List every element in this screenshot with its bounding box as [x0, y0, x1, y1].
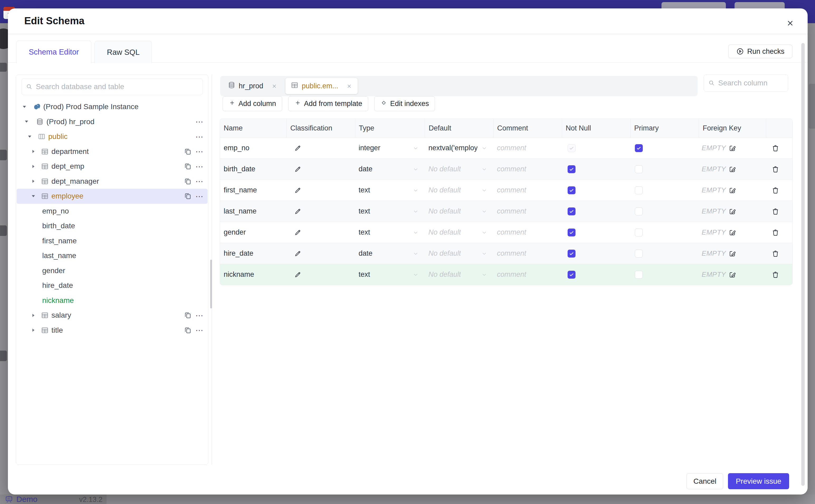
copy-icon[interactable] [184, 326, 192, 334]
default-value[interactable]: No default [428, 207, 461, 215]
chevron-down-icon[interactable] [27, 134, 32, 139]
column-name[interactable]: emp_no [220, 144, 249, 152]
comment-input[interactable]: comment [493, 249, 526, 258]
not-null-checkbox[interactable] [568, 165, 576, 173]
pencil-icon[interactable] [294, 271, 302, 279]
more-actions-icon[interactable]: ⋯ [195, 117, 204, 126]
default-value[interactable]: No default [428, 228, 461, 236]
close-tab-icon[interactable] [346, 83, 352, 89]
edit-indexes-button[interactable]: Edit indexes [374, 96, 435, 111]
more-actions-icon[interactable]: ⋯ [195, 162, 204, 171]
column-name[interactable]: birth_date [220, 165, 255, 173]
tree-item--prod-hr-prod[interactable]: (Prod) hr_prod⋯ [17, 114, 207, 129]
default-value[interactable]: nextval('employ [428, 144, 478, 152]
edit-foreign-key-icon[interactable] [729, 250, 736, 258]
comment-input[interactable]: comment [493, 144, 526, 152]
not-null-checkbox[interactable] [568, 229, 576, 236]
chevron-down-icon[interactable] [481, 208, 488, 215]
chevron-down-icon[interactable] [413, 166, 419, 172]
tree-item--prod-prod-sample-instance[interactable]: (Prod) Prod Sample Instance [17, 99, 207, 114]
tree-item-department[interactable]: department⋯ [17, 144, 207, 159]
column-name[interactable]: first_name [220, 186, 257, 194]
chevron-down-icon[interactable] [413, 250, 419, 257]
not-null-checkbox[interactable] [568, 250, 576, 258]
type-value[interactable]: date [355, 165, 373, 173]
delete-column-icon[interactable] [771, 270, 780, 279]
pencil-icon[interactable] [294, 165, 302, 173]
type-value[interactable]: text [355, 270, 370, 279]
pencil-icon[interactable] [294, 186, 302, 194]
delete-column-icon[interactable] [771, 228, 780, 237]
primary-checkbox[interactable] [635, 144, 643, 152]
more-actions-icon[interactable]: ⋯ [195, 192, 204, 201]
primary-checkbox[interactable] [635, 165, 643, 173]
edit-foreign-key-icon[interactable] [729, 144, 736, 152]
chevron-down-icon[interactable] [481, 250, 488, 257]
edit-foreign-key-icon[interactable] [729, 165, 736, 173]
tree-item-dept-manager[interactable]: dept_manager⋯ [17, 174, 207, 189]
tree-item-emp-no[interactable]: emp_no [17, 204, 207, 219]
column-name[interactable]: gender [220, 228, 246, 236]
tree-item-last-name[interactable]: last_name [17, 248, 207, 263]
close-tab-icon[interactable] [271, 83, 277, 89]
default-value[interactable]: No default [428, 165, 461, 173]
chevron-down-icon[interactable] [481, 229, 488, 236]
edit-foreign-key-icon[interactable] [729, 186, 736, 194]
tree-item-birth-date[interactable]: birth_date [17, 219, 207, 234]
type-value[interactable]: date [355, 249, 373, 258]
type-value[interactable]: text [355, 186, 370, 194]
column-name[interactable]: nickname [220, 270, 254, 279]
preview-issue-button[interactable]: Preview issue [728, 473, 789, 489]
pencil-icon[interactable] [294, 229, 302, 236]
sidebar-scrollbar[interactable] [210, 260, 212, 308]
tree-item-dept-emp[interactable]: dept_emp⋯ [17, 159, 207, 174]
chevron-down-icon[interactable] [23, 119, 29, 124]
copy-icon[interactable] [184, 148, 192, 156]
editor-tab-hr-prod[interactable]: hr_prod [222, 78, 283, 94]
chevron-right-icon[interactable] [30, 313, 36, 318]
tab-schema-editor[interactable]: Schema Editor [16, 40, 91, 63]
copy-icon[interactable] [184, 162, 192, 170]
tree-item-hire-date[interactable]: hire_date [17, 278, 207, 293]
chevron-down-icon[interactable] [481, 145, 488, 151]
delete-column-icon[interactable] [771, 186, 780, 195]
chevron-down-icon[interactable] [413, 208, 419, 215]
tree-item-title[interactable]: title⋯ [17, 323, 207, 338]
delete-column-icon[interactable] [771, 249, 780, 258]
edit-foreign-key-icon[interactable] [729, 271, 736, 279]
tree-item-public[interactable]: public⋯ [17, 129, 207, 144]
edit-foreign-key-icon[interactable] [729, 207, 736, 215]
not-null-checkbox[interactable] [568, 186, 576, 194]
more-actions-icon[interactable]: ⋯ [195, 147, 204, 156]
chevron-right-icon[interactable] [30, 164, 36, 169]
cancel-button[interactable]: Cancel [687, 473, 723, 489]
delete-column-icon[interactable] [771, 165, 780, 173]
run-checks-button[interactable]: Run checks [728, 45, 792, 58]
primary-checkbox[interactable] [635, 271, 643, 279]
copy-icon[interactable] [184, 192, 192, 200]
copy-icon[interactable] [184, 177, 192, 185]
delete-column-icon[interactable] [771, 207, 780, 216]
primary-checkbox[interactable] [635, 186, 643, 194]
chevron-down-icon[interactable] [413, 229, 419, 236]
chevron-down-icon[interactable] [413, 187, 419, 193]
chevron-down-icon[interactable] [30, 194, 36, 199]
edit-foreign-key-icon[interactable] [729, 229, 736, 236]
chevron-down-icon[interactable] [481, 272, 488, 278]
comment-input[interactable]: comment [493, 228, 526, 236]
primary-checkbox[interactable] [635, 229, 643, 236]
primary-checkbox[interactable] [635, 250, 643, 258]
add-column-button[interactable]: Add column [223, 96, 282, 111]
comment-input[interactable]: comment [493, 165, 526, 173]
pencil-icon[interactable] [294, 144, 302, 152]
more-actions-icon[interactable]: ⋯ [195, 326, 204, 335]
column-search-input[interactable] [718, 79, 788, 88]
more-actions-icon[interactable]: ⋯ [195, 311, 204, 320]
tree-item-gender[interactable]: gender [17, 263, 207, 278]
database-search-input[interactable] [35, 82, 202, 91]
type-value[interactable]: text [355, 207, 370, 215]
more-actions-icon[interactable]: ⋯ [195, 177, 204, 186]
comment-input[interactable]: comment [493, 207, 526, 215]
tree-item-first-name[interactable]: first_name [17, 234, 207, 249]
tree-item-nickname[interactable]: nickname [17, 293, 207, 308]
